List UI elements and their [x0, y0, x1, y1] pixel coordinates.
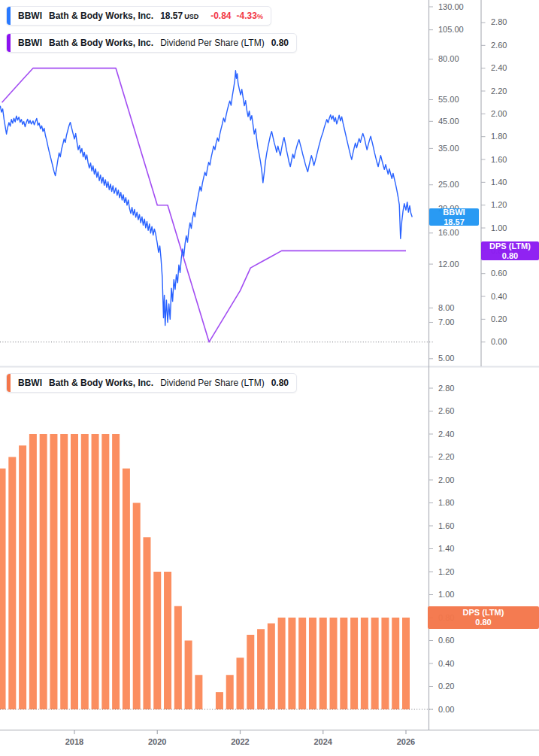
dividend-pane[interactable] [0, 367, 428, 730]
dps-axis-tick-label: 2.60 [491, 41, 507, 50]
time-axis-label: 2018 [58, 737, 91, 746]
dividend-axis-tick-label: 0.20 [438, 682, 454, 691]
dividend-axis-tick-label: 0.60 [438, 636, 454, 645]
dps-axis-tick-label: 0.40 [491, 292, 507, 301]
price-axis-badge: BBWI 18.57 [429, 208, 479, 226]
dividend-axis-tick-label: 1.40 [438, 544, 454, 553]
dividend-axis-tick-label: 2.80 [438, 384, 454, 393]
price-series-legend[interactable]: BBWI Bath & Body Works, Inc. 18.57 USD -… [6, 6, 271, 26]
legend-symbol: BBWI [18, 38, 42, 48]
dps-axis-tick-label: 2.00 [491, 109, 507, 118]
dividend-series-color-bar [7, 374, 11, 392]
legend-value: 0.80 [271, 38, 289, 48]
dividend-pane-legend[interactable]: BBWI Bath & Body Works, Inc. Dividend Pe… [6, 373, 297, 393]
price-scale[interactable]: 130.00105.0080.0055.0045.0035.0025.0020.… [428, 0, 481, 366]
time-axis-label: 2024 [307, 737, 340, 746]
dividend-axis-tick-label: 0.40 [438, 659, 454, 668]
time-axis-label: 2020 [141, 737, 174, 746]
dividend-axis-tick-label: 2.60 [438, 406, 454, 415]
dps-axis-tick-label: 0.00 [491, 337, 507, 346]
legend-currency: USD [184, 13, 198, 20]
price-axis-tick-label: 80.00 [438, 54, 459, 63]
legend-change: -0.84 [210, 11, 231, 21]
dividend-axis-tick-label: 2.00 [438, 475, 454, 484]
time-scale[interactable]: 20182020202220242026 [0, 730, 539, 756]
dps-scale[interactable]: 2.802.602.402.202.001.801.601.401.201.00… [481, 0, 539, 366]
price-axis-tick-label: 55.00 [438, 95, 459, 104]
dps-axis-tick-label: 1.40 [491, 178, 507, 187]
legend-company: Bath & Body Works, Inc. [49, 38, 153, 48]
legend-symbol: BBWI [18, 378, 42, 388]
dps-axis-tick-label: 0.60 [491, 269, 507, 278]
price-axis-tick-label: 45.00 [438, 117, 459, 126]
legend-company: Bath & Body Works, Inc. [49, 11, 153, 21]
legend-symbol: BBWI [18, 11, 42, 21]
dividend-axis-tick-label: 0.00 [438, 705, 454, 714]
time-axis-label: 2022 [224, 737, 257, 746]
dps-axis-tick-label: 1.80 [491, 132, 507, 141]
price-axis-tick-label: 16.00 [438, 228, 459, 237]
chart-root: 130.00105.0080.0055.0045.0035.0025.0020.… [0, 0, 539, 756]
dps-overlay-legend[interactable]: BBWI Bath & Body Works, Inc. Dividend Pe… [6, 33, 297, 53]
time-axis-label: 2026 [389, 737, 422, 746]
dividend-axis-tick-label: 1.80 [438, 498, 454, 507]
price-axis-tick-label: 130.00 [438, 2, 464, 11]
dps-axis-tick-label: 2.20 [491, 87, 507, 96]
dps-axis-tick-label: 1.00 [491, 223, 507, 232]
dps-axis-tick-label: 0.20 [491, 314, 507, 323]
dps-series-color-bar [7, 34, 11, 52]
price-axis-tick-label: 7.00 [438, 317, 454, 326]
dps-axis-tick-label: 2.40 [491, 63, 507, 72]
price-axis-tick-label: 105.00 [438, 25, 464, 34]
dividend-axis-tick-label: 2.20 [438, 452, 454, 461]
dps-axis-badge: DPS (LTM) 0.80 [481, 241, 539, 260]
dps-axis-tick-label: 2.80 [491, 17, 507, 26]
price-pane[interactable] [0, 0, 428, 366]
dividend-axis-tick-label: 1.00 [438, 590, 454, 599]
dividend-axis-tick-label: 2.40 [438, 430, 454, 439]
price-axis-tick-label: 25.00 [438, 180, 459, 189]
price-series-color-bar [7, 7, 11, 25]
dividend-axis-tick-label: 1.20 [438, 567, 454, 576]
legend-metric: Dividend Per Share (LTM) [160, 38, 265, 48]
legend-company: Bath & Body Works, Inc. [49, 378, 153, 388]
dividend-axis-badge: DPS (LTM) 0.80 [428, 606, 539, 629]
dividend-scale[interactable]: 2.802.602.402.202.001.801.601.401.201.00… [428, 367, 539, 730]
legend-value: 0.80 [271, 378, 289, 388]
price-axis-tick-label: 12.00 [438, 260, 459, 269]
dividend-axis-tick-label: 1.60 [438, 521, 454, 530]
dps-axis-tick-label: 1.60 [491, 155, 507, 164]
legend-last-price: 18.57 [160, 11, 183, 21]
price-axis-tick-label: 8.00 [438, 303, 454, 312]
price-axis-tick-label: 35.00 [438, 144, 459, 153]
legend-metric: Dividend Per Share (LTM) [160, 378, 265, 388]
price-axis-tick-label: 5.00 [438, 354, 454, 363]
dps-axis-tick-label: 1.20 [491, 200, 507, 209]
legend-change-percent: -4.33% [237, 11, 263, 21]
